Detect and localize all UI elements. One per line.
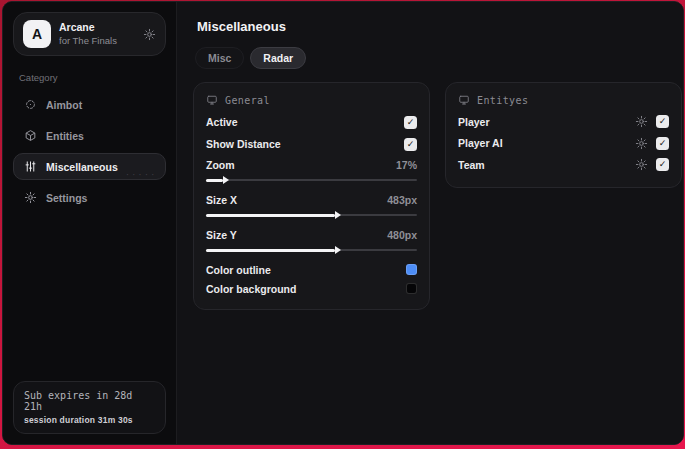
entities-panel-title: Entityes [477,95,528,106]
show-distance-checkbox[interactable] [404,138,417,151]
profile-subtitle: for The Finals [59,35,135,47]
entities-panel: Entityes Player P [445,82,682,188]
slider-label: Size X [206,194,237,206]
toggle-label: Active [206,116,238,128]
entity-label: Player [458,116,490,128]
color-row-outline: Color outline [206,260,417,279]
subscription-expiry: Sub expires in 28d 21h [24,390,155,412]
cube-icon [24,129,37,142]
main-content: Miscellaneous Misc Radar General [177,2,684,444]
crosshair-icon [24,98,37,111]
slider-value: 17% [396,159,417,171]
monitor-icon [206,94,218,106]
gear-icon[interactable] [635,115,648,128]
panels-row: General Active Show Distance Zoom 17% [193,82,682,310]
gear-icon [24,191,37,204]
tab-misc[interactable]: Misc [195,47,244,69]
tab-radar[interactable]: Radar [250,47,306,69]
general-panel: General Active Show Distance Zoom 17% [193,82,430,310]
general-panel-header: General [206,94,417,106]
size-x-slider[interactable] [206,210,417,220]
player-checkbox[interactable] [656,115,669,128]
sidebar-item-label: Miscellaneous [46,161,118,173]
monitor-icon [458,94,470,106]
color-label: Color background [206,283,296,295]
subscription-card: Sub expires in 28d 21h session duration … [13,381,166,434]
avatar: A [23,20,51,48]
size-y-slider[interactable] [206,245,417,255]
zoom-slider[interactable] [206,175,417,185]
entity-label: Player AI [458,137,503,149]
color-background-swatch[interactable] [406,283,417,294]
toggle-row-active: Active [206,111,417,133]
slider-fill [206,214,335,217]
category-label: Category [19,72,160,83]
color-row-background: Color background [206,279,417,298]
sidebar-item-label: Aimbot [46,99,82,111]
profile-card[interactable]: A Arcane for The Finals [13,12,166,56]
team-checkbox[interactable] [656,158,669,171]
active-checkbox[interactable] [404,116,417,129]
sidebar-item-miscellaneous[interactable]: Miscellaneous [13,153,166,180]
general-panel-title: General [225,95,270,106]
entity-controls [635,158,669,171]
gear-icon[interactable] [635,158,648,171]
slider-row-zoom: Zoom 17% [206,155,417,174]
page-title: Miscellaneous [197,19,682,34]
slider-fill [206,249,335,252]
color-label: Color outline [206,264,271,276]
app-window: A Arcane for The Finals Category Aimbot [2,1,684,445]
sidebar-item-label: Settings [46,192,87,204]
profile-name: Arcane [59,21,135,35]
entity-row-team: Team [458,154,669,176]
slider-row-size-x: Size X 483px [206,190,417,209]
slider-value: 480px [387,229,417,241]
slider-row-size-y: Size Y 480px [206,225,417,244]
slider-track [206,179,417,181]
entity-row-player-ai: Player AI [458,133,669,155]
sidebar-item-entities[interactable]: Entities [13,122,166,149]
toggle-row-show-distance: Show Distance [206,133,417,155]
sidebar-item-settings[interactable]: Settings [13,184,166,211]
profile-text: Arcane for The Finals [59,21,135,47]
tab-bar: Misc Radar [195,47,682,69]
color-outline-swatch[interactable] [406,264,417,275]
gear-icon[interactable] [143,28,156,41]
sidebar-item-label: Entities [46,130,84,142]
slider-label: Zoom [206,159,235,171]
entity-row-player: Player [458,111,669,133]
toggle-label: Show Distance [206,138,281,150]
session-duration: session duration 31m 30s [24,415,155,425]
player-ai-checkbox[interactable] [656,137,669,150]
slider-value: 483px [387,194,417,206]
sidebar: A Arcane for The Finals Category Aimbot [3,2,177,444]
entity-label: Team [458,159,485,171]
slider-label: Size Y [206,229,237,241]
entities-panel-header: Entityes [458,94,669,106]
entity-controls [635,115,669,128]
gear-icon[interactable] [635,137,648,150]
slider-fill [206,179,223,182]
sliders-icon [24,160,37,173]
sidebar-item-aimbot[interactable]: Aimbot [13,91,166,118]
entity-controls [635,137,669,150]
